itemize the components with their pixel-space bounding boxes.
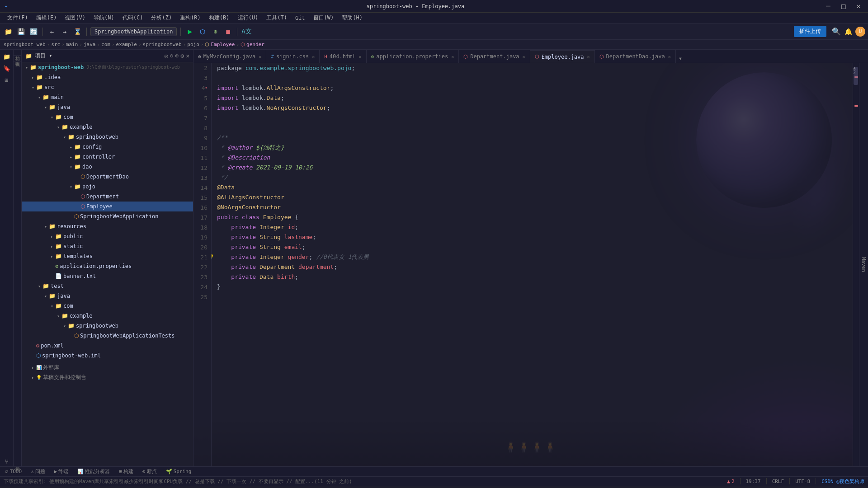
- status-position[interactable]: 19:37: [746, 478, 761, 485]
- tab-build[interactable]: ⊞ 构建: [117, 467, 135, 476]
- tree-node-config[interactable]: ▸ 📁 config: [22, 142, 193, 152]
- menu-help[interactable]: 帮助(H): [338, 13, 366, 23]
- tree-node-iml[interactable]: ▸ ⬡ springboot-web.iml: [22, 351, 193, 361]
- menu-refactor[interactable]: 重构(R): [176, 13, 204, 23]
- menu-tools[interactable]: 工具(T): [263, 13, 291, 23]
- close-tab-department[interactable]: ✕: [523, 54, 525, 59]
- tab-signin-css[interactable]: # signin.css ✕: [266, 50, 320, 63]
- notifications-button[interactable]: 🔔: [843, 26, 854, 37]
- vert-tab-constraints[interactable]: 约束: [14, 460, 21, 466]
- tree-node-springbootwebapp[interactable]: ▸ ⬡ SpringbootWebApplication: [22, 211, 193, 221]
- tree-node-app-properties[interactable]: ▸ ⚙ application.properties: [22, 261, 193, 271]
- tree-node-public[interactable]: ▸ 📁 public: [22, 231, 193, 241]
- menu-analyze[interactable]: 分析(Z): [147, 13, 175, 23]
- translate-button[interactable]: A文: [241, 26, 252, 37]
- forward-button[interactable]: →: [59, 26, 70, 37]
- tab-spring[interactable]: 🌱 Spring: [164, 468, 193, 475]
- tab-overflow-button[interactable]: ▾: [676, 55, 685, 62]
- close-button[interactable]: ✕: [854, 2, 863, 10]
- structure-icon[interactable]: ⊞: [2, 75, 12, 85]
- tab-terminal[interactable]: ▶ 终端: [52, 467, 71, 476]
- tab-app-properties[interactable]: ⚙ application.properties ✕: [367, 50, 459, 63]
- bookmarks-icon[interactable]: 🔖: [2, 63, 12, 73]
- tree-node-departmentdao[interactable]: ▸ ⬡ DepartmentDao: [22, 172, 193, 182]
- debug-button[interactable]: ⬡: [197, 26, 208, 37]
- tab-404html[interactable]: H 404.html ✕: [320, 50, 366, 63]
- tree-node-root[interactable]: ▾ 📁 springboot-web D:\C桌面\blog-master\sp…: [22, 62, 193, 72]
- menu-navigate[interactable]: 导航(N): [90, 13, 118, 23]
- minimize-button[interactable]: ─: [823, 2, 833, 10]
- tab-breakpoints[interactable]: ⊗ 断点: [141, 467, 159, 476]
- code-content[interactable]: package com.example.springbootweb.pojo; …: [212, 63, 853, 466]
- tree-node-test-example[interactable]: ▾ 📁 example: [22, 311, 193, 321]
- maven-panel[interactable]: Maven: [859, 63, 868, 466]
- project-view-icon[interactable]: 📁: [2, 52, 12, 61]
- tree-node-employee[interactable]: ▸ ⬡ Employee: [22, 202, 193, 211]
- menu-edit[interactable]: 编辑(E): [33, 13, 61, 23]
- tree-node-resources[interactable]: ▾ 📁 resources: [22, 221, 193, 231]
- tree-node-com[interactable]: ▾ 📁 com: [22, 112, 193, 122]
- status-charset[interactable]: UTF-8: [795, 478, 810, 485]
- minimap-scrollbar[interactable]: [854, 67, 858, 85]
- sync-button[interactable]: 🔄: [28, 26, 39, 37]
- tab-todo[interactable]: ☑ TODO: [4, 468, 24, 475]
- right-scroll-panel[interactable]: ▲ 2: [853, 63, 859, 466]
- close-tab-mymvcconfig[interactable]: ✕: [259, 54, 261, 59]
- breadcrumb-employee[interactable]: Employee: [211, 42, 235, 47]
- menu-view[interactable]: 视图(V): [61, 13, 89, 23]
- close-tab-departmentdao[interactable]: ✕: [668, 54, 671, 59]
- breadcrumb-main[interactable]: main: [66, 42, 78, 47]
- tree-node-test-java[interactable]: ▾ 📁 java: [22, 291, 193, 301]
- breadcrumb-pojo[interactable]: pojo: [187, 42, 199, 47]
- tree-node-pojo[interactable]: ▾ 📁 pojo: [22, 182, 193, 192]
- tree-node-static[interactable]: ▸ 📁 static: [22, 241, 193, 251]
- tree-node-test[interactable]: ▾ 📁 test: [22, 281, 193, 291]
- breadcrumb-springboot-web[interactable]: springboot-web: [4, 42, 46, 47]
- maximize-button[interactable]: □: [839, 2, 849, 10]
- tree-node-controller[interactable]: ▸ 📁 controller: [22, 152, 193, 162]
- breadcrumb-springbootweb[interactable]: springbootweb: [143, 42, 182, 47]
- status-warnings[interactable]: ▲ 2: [727, 478, 734, 485]
- stop-button[interactable]: ■: [222, 26, 233, 37]
- user-avatar[interactable]: U: [855, 27, 865, 37]
- tree-node-src[interactable]: ▾ 📁 src: [22, 82, 193, 92]
- collapse-icon[interactable]: ⊖: [170, 52, 174, 59]
- tree-node-draft-console[interactable]: ▸ 💡 草稿文件和控制台: [22, 372, 193, 382]
- tree-node-springbootweb[interactable]: ▾ 📁 springbootweb: [22, 132, 193, 142]
- open-dir-button[interactable]: 📁: [3, 26, 14, 37]
- status-index-message[interactable]: 下载预建共享索引: 使用预构建的Maven库共享索引引减少索引引时间和CPU负载…: [4, 478, 352, 485]
- menu-build[interactable]: 构建(B): [205, 13, 233, 23]
- vcs-icon[interactable]: ⑂: [2, 456, 12, 466]
- tab-problems[interactable]: ⚠ 问题: [29, 467, 47, 476]
- global-search-icon[interactable]: 🔍: [832, 27, 841, 36]
- menu-run[interactable]: 运行(U): [234, 13, 262, 23]
- locate-icon[interactable]: ◎: [165, 52, 168, 59]
- history-button[interactable]: ⌛: [72, 26, 83, 37]
- tree-node-templates[interactable]: ▸ 📁 templates: [22, 251, 193, 261]
- menu-code[interactable]: 代码(C): [119, 13, 147, 23]
- upload-button[interactable]: 插件上传: [794, 26, 826, 37]
- breadcrumb-employee-icon[interactable]: ⬡: [205, 42, 209, 47]
- tree-node-appTests[interactable]: ▸ ⬡ SpringbootWebApplicationTests: [22, 331, 193, 341]
- hide-icon[interactable]: ✕: [186, 52, 189, 59]
- close-tab-signin[interactable]: ✕: [312, 54, 315, 59]
- expand-icon[interactable]: ⊕: [175, 52, 179, 59]
- tree-node-dao[interactable]: ▾ 📁 dao: [22, 162, 193, 172]
- settings-icon[interactable]: ⚙: [180, 52, 184, 59]
- vert-tab-structure[interactable]: 结构: [14, 50, 21, 56]
- save-all-button[interactable]: 💾: [15, 26, 26, 37]
- tree-node-java[interactable]: ▾ 📁 java: [22, 102, 193, 112]
- tree-node-external-libs[interactable]: ▸ 📊 外部库: [22, 362, 193, 372]
- code-editor[interactable]: 🧍🧍🧍🧍 2 3 4* 5 6 7 8 9 10 11 12 13 14 15 …: [193, 63, 868, 466]
- tab-mymvcconfig[interactable]: ⚙ MyMvcConfig.java ✕: [193, 50, 266, 63]
- tab-profiler[interactable]: 📊 性能分析器: [75, 467, 112, 476]
- tree-node-idea[interactable]: ▸ 📁 .idea: [22, 72, 193, 82]
- breadcrumb-example[interactable]: example: [116, 42, 137, 47]
- close-tab-employee[interactable]: ✕: [587, 54, 590, 59]
- tab-departmentdao[interactable]: ⬡ DepartmentDao.java ✕: [595, 50, 676, 63]
- tree-node-main[interactable]: ▾ 📁 main: [22, 92, 193, 102]
- back-button[interactable]: ←: [47, 26, 57, 37]
- status-csdn-label[interactable]: CSDN @夜色架构师: [821, 478, 864, 485]
- status-crlf[interactable]: CRLF: [772, 478, 784, 485]
- tree-node-test-springbootweb[interactable]: ▾ 📁 springbootweb: [22, 321, 193, 331]
